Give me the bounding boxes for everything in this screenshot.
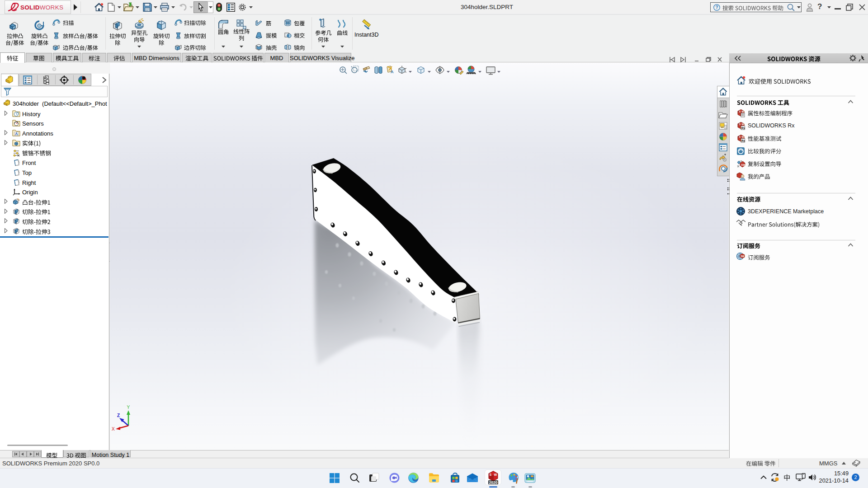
svg-text:2020: 2020 bbox=[489, 480, 498, 485]
svg-text:A: A bbox=[15, 131, 18, 136]
svg-text:Y: Y bbox=[127, 405, 130, 410]
svg-text:Rx: Rx bbox=[741, 127, 745, 130]
svg-text:SW: SW bbox=[741, 164, 746, 166]
svg-text:Rx: Rx bbox=[741, 139, 745, 142]
svg-text:W: W bbox=[742, 136, 745, 138]
svg-text:S: S bbox=[739, 110, 741, 113]
svg-text:A: A bbox=[391, 70, 394, 74]
svg-text:S: S bbox=[739, 123, 741, 126]
svg-text:X: X bbox=[112, 427, 115, 432]
svg-text:SOLIDWORKS: SOLIDWORKS bbox=[20, 4, 63, 11]
svg-text:SW: SW bbox=[741, 255, 745, 258]
svg-text:W: W bbox=[742, 110, 745, 113]
svg-text:?: ? bbox=[715, 5, 718, 10]
svg-text:Z: Z bbox=[117, 413, 120, 418]
svg-text:S: S bbox=[490, 473, 492, 476]
svg-text:W: W bbox=[494, 473, 497, 476]
svg-text:S: S bbox=[739, 136, 741, 138]
svg-text:W: W bbox=[742, 123, 745, 126]
